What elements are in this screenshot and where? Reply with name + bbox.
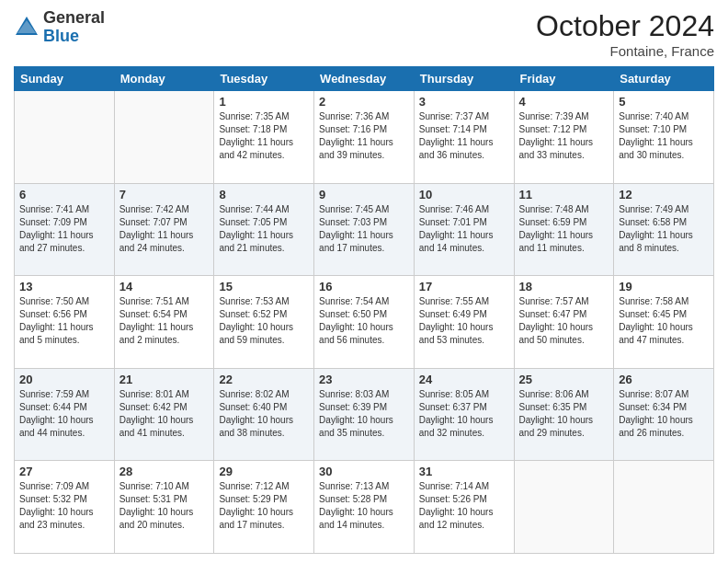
day-info: Sunrise: 7:42 AM Sunset: 7:07 PM Dayligh… (119, 203, 210, 255)
day-info: Sunrise: 7:13 AM Sunset: 5:28 PM Dayligh… (319, 480, 409, 532)
day-info: Sunrise: 7:57 AM Sunset: 6:47 PM Dayligh… (519, 295, 609, 347)
day-info: Sunrise: 7:44 AM Sunset: 7:05 PM Dayligh… (219, 203, 309, 255)
day-info: Sunrise: 7:36 AM Sunset: 7:16 PM Dayligh… (319, 110, 409, 162)
day-info: Sunrise: 7:48 AM Sunset: 6:59 PM Dayligh… (519, 203, 609, 255)
calendar-cell: 24Sunrise: 8:05 AM Sunset: 6:37 PM Dayli… (414, 368, 514, 461)
header-row: SundayMondayTuesdayWednesdayThursdayFrid… (15, 67, 714, 91)
day-info: Sunrise: 8:02 AM Sunset: 6:40 PM Dayligh… (219, 388, 309, 440)
day-number: 13 (19, 280, 109, 293)
day-number: 9 (319, 188, 409, 201)
calendar-cell (114, 91, 214, 184)
calendar-cell: 15Sunrise: 7:53 AM Sunset: 6:52 PM Dayli… (214, 276, 314, 369)
calendar-cell: 8Sunrise: 7:44 AM Sunset: 7:05 PM Daylig… (214, 183, 314, 276)
calendar-cell: 1Sunrise: 7:35 AM Sunset: 7:18 PM Daylig… (214, 91, 314, 184)
calendar-cell: 29Sunrise: 7:12 AM Sunset: 5:29 PM Dayli… (214, 461, 314, 554)
page: General Blue October 2024 Fontaine, Fran… (0, 0, 728, 563)
calendar-cell: 9Sunrise: 7:45 AM Sunset: 7:03 PM Daylig… (314, 183, 415, 276)
day-number: 30 (319, 465, 409, 478)
day-info: Sunrise: 7:09 AM Sunset: 5:32 PM Dayligh… (19, 480, 109, 532)
day-number: 21 (119, 373, 210, 386)
day-info: Sunrise: 7:35 AM Sunset: 7:18 PM Dayligh… (219, 110, 309, 162)
day-number: 11 (519, 188, 609, 201)
week-row-1: 6Sunrise: 7:41 AM Sunset: 7:09 PM Daylig… (15, 183, 714, 276)
day-info: Sunrise: 7:40 AM Sunset: 7:10 PM Dayligh… (619, 110, 709, 162)
logo-blue: Blue (43, 27, 79, 45)
week-row-0: 1Sunrise: 7:35 AM Sunset: 7:18 PM Daylig… (15, 91, 714, 184)
day-info: Sunrise: 7:12 AM Sunset: 5:29 PM Dayligh… (219, 480, 309, 532)
day-number: 28 (119, 465, 210, 478)
calendar-cell: 23Sunrise: 8:03 AM Sunset: 6:39 PM Dayli… (314, 368, 415, 461)
day-number: 8 (219, 188, 309, 201)
day-info: Sunrise: 7:46 AM Sunset: 7:01 PM Dayligh… (419, 203, 509, 255)
calendar-cell: 17Sunrise: 7:55 AM Sunset: 6:49 PM Dayli… (414, 276, 514, 369)
week-row-2: 13Sunrise: 7:50 AM Sunset: 6:56 PM Dayli… (15, 276, 714, 369)
day-info: Sunrise: 7:55 AM Sunset: 6:49 PM Dayligh… (419, 295, 509, 347)
day-header-saturday: Saturday (614, 67, 714, 91)
day-info: Sunrise: 8:03 AM Sunset: 6:39 PM Dayligh… (319, 388, 409, 440)
day-info: Sunrise: 8:05 AM Sunset: 6:37 PM Dayligh… (419, 388, 509, 440)
calendar-cell: 19Sunrise: 7:58 AM Sunset: 6:45 PM Dayli… (614, 276, 714, 369)
day-info: Sunrise: 7:37 AM Sunset: 7:14 PM Dayligh… (419, 110, 509, 162)
calendar-cell: 30Sunrise: 7:13 AM Sunset: 5:28 PM Dayli… (314, 461, 415, 554)
day-info: Sunrise: 8:07 AM Sunset: 6:34 PM Dayligh… (619, 388, 709, 440)
day-number: 17 (419, 280, 509, 293)
day-number: 5 (619, 95, 709, 109)
calendar-cell: 28Sunrise: 7:10 AM Sunset: 5:31 PM Dayli… (114, 461, 214, 554)
day-info: Sunrise: 7:51 AM Sunset: 6:54 PM Dayligh… (119, 295, 210, 347)
calendar-cell (514, 461, 614, 554)
day-number: 29 (219, 465, 309, 478)
day-info: Sunrise: 7:58 AM Sunset: 6:45 PM Dayligh… (619, 295, 709, 347)
week-row-3: 20Sunrise: 7:59 AM Sunset: 6:44 PM Dayli… (15, 368, 714, 461)
day-header-monday: Monday (114, 67, 214, 91)
calendar-cell: 27Sunrise: 7:09 AM Sunset: 5:32 PM Dayli… (15, 461, 115, 554)
day-number: 16 (319, 280, 409, 293)
day-number: 22 (219, 373, 309, 386)
calendar-cell: 2Sunrise: 7:36 AM Sunset: 7:16 PM Daylig… (314, 91, 415, 184)
calendar-cell: 14Sunrise: 7:51 AM Sunset: 6:54 PM Dayli… (114, 276, 214, 369)
calendar-cell (15, 91, 115, 184)
day-number: 23 (319, 373, 409, 386)
calendar-cell: 4Sunrise: 7:39 AM Sunset: 7:12 PM Daylig… (514, 91, 614, 184)
header: General Blue October 2024 Fontaine, Fran… (14, 9, 714, 59)
day-number: 20 (19, 373, 109, 386)
day-number: 24 (419, 373, 509, 386)
day-number: 7 (119, 188, 210, 201)
day-info: Sunrise: 7:59 AM Sunset: 6:44 PM Dayligh… (19, 388, 109, 440)
day-info: Sunrise: 7:14 AM Sunset: 5:26 PM Dayligh… (419, 480, 509, 532)
day-number: 25 (519, 373, 609, 386)
calendar-cell: 5Sunrise: 7:40 AM Sunset: 7:10 PM Daylig… (614, 91, 714, 184)
logo-text: General Blue (43, 9, 105, 46)
day-header-thursday: Thursday (414, 67, 514, 91)
day-info: Sunrise: 7:54 AM Sunset: 6:50 PM Dayligh… (319, 295, 409, 347)
day-number: 12 (619, 188, 709, 201)
day-info: Sunrise: 7:10 AM Sunset: 5:31 PM Dayligh… (119, 480, 210, 532)
calendar-cell: 26Sunrise: 8:07 AM Sunset: 6:34 PM Dayli… (614, 368, 714, 461)
calendar-cell: 10Sunrise: 7:46 AM Sunset: 7:01 PM Dayli… (414, 183, 514, 276)
day-header-tuesday: Tuesday (214, 67, 314, 91)
logo-icon (14, 15, 40, 40)
day-header-sunday: Sunday (15, 67, 115, 91)
calendar-cell: 31Sunrise: 7:14 AM Sunset: 5:26 PM Dayli… (414, 461, 514, 554)
calendar-cell: 22Sunrise: 8:02 AM Sunset: 6:40 PM Dayli… (214, 368, 314, 461)
day-info: Sunrise: 7:45 AM Sunset: 7:03 PM Dayligh… (319, 203, 409, 255)
calendar-cell: 6Sunrise: 7:41 AM Sunset: 7:09 PM Daylig… (15, 183, 115, 276)
calendar-cell: 11Sunrise: 7:48 AM Sunset: 6:59 PM Dayli… (514, 183, 614, 276)
day-info: Sunrise: 7:53 AM Sunset: 6:52 PM Dayligh… (219, 295, 309, 347)
day-info: Sunrise: 7:41 AM Sunset: 7:09 PM Dayligh… (19, 203, 109, 255)
day-header-wednesday: Wednesday (314, 67, 415, 91)
calendar-cell: 13Sunrise: 7:50 AM Sunset: 6:56 PM Dayli… (15, 276, 115, 369)
svg-marker-1 (17, 20, 36, 33)
day-info: Sunrise: 7:50 AM Sunset: 6:56 PM Dayligh… (19, 295, 109, 347)
calendar-cell: 12Sunrise: 7:49 AM Sunset: 6:58 PM Dayli… (614, 183, 714, 276)
logo-general: General (43, 8, 105, 27)
day-number: 14 (119, 280, 210, 293)
day-number: 18 (519, 280, 609, 293)
day-number: 26 (619, 373, 709, 386)
logo: General Blue (14, 9, 105, 46)
day-info: Sunrise: 7:49 AM Sunset: 6:58 PM Dayligh… (619, 203, 709, 255)
day-number: 27 (19, 465, 109, 478)
calendar-cell: 16Sunrise: 7:54 AM Sunset: 6:50 PM Dayli… (314, 276, 415, 369)
day-header-friday: Friday (514, 67, 614, 91)
calendar-table: SundayMondayTuesdayWednesdayThursdayFrid… (14, 66, 714, 554)
day-number: 2 (319, 95, 409, 109)
